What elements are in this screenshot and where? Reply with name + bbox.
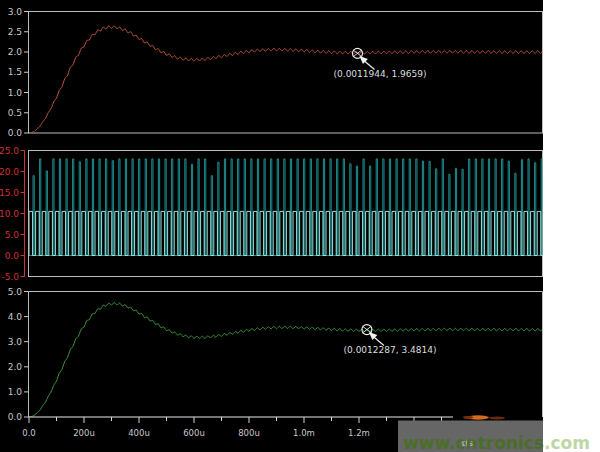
- svg-text:20.0: 20.0: [0, 167, 19, 177]
- waveform-viewer: 3.02.52.01.51.00.50.025.020.015.010.05.0…: [0, 0, 600, 452]
- svg-text:2.0: 2.0: [8, 47, 23, 57]
- svg-text:0.5: 0.5: [8, 108, 22, 118]
- svg-text:200u: 200u: [73, 428, 95, 438]
- svg-text:15.0: 15.0: [0, 188, 19, 198]
- svg-text:25.0: 25.0: [0, 146, 19, 156]
- svg-text:600u: 600u: [183, 428, 205, 438]
- svg-text:0.0: 0.0: [8, 412, 23, 422]
- svg-text:1.0m: 1.0m: [293, 428, 315, 438]
- svg-text:1.0: 1.0: [8, 387, 23, 397]
- svg-text:-5.0: -5.0: [1, 272, 19, 282]
- svg-text:800u: 800u: [238, 428, 260, 438]
- svg-text:4.0: 4.0: [8, 312, 23, 322]
- svg-text:1.0: 1.0: [8, 88, 23, 98]
- svg-text:10.0: 10.0: [0, 209, 19, 219]
- svg-text:0.0: 0.0: [5, 251, 20, 261]
- cursor-readout-top: (0.0011944, 1.9659): [334, 69, 427, 79]
- cursor-readout-bottom: (0.0012287, 3.4814): [344, 345, 437, 355]
- scope-canvas[interactable]: 3.02.52.01.51.00.50.025.020.015.010.05.0…: [0, 0, 600, 452]
- svg-text:2.5: 2.5: [8, 27, 22, 37]
- svg-text:3.0: 3.0: [8, 337, 23, 347]
- svg-text:0.0: 0.0: [22, 428, 36, 438]
- svg-text:0.0: 0.0: [8, 128, 23, 138]
- svg-text:5.0: 5.0: [5, 230, 20, 240]
- svg-text:1.5: 1.5: [8, 67, 22, 77]
- svg-text:1.2m: 1.2m: [348, 428, 370, 438]
- svg-text:3.0: 3.0: [8, 7, 23, 17]
- svg-text:5.0: 5.0: [8, 287, 23, 297]
- watermark-link[interactable]: www.cntronics.com: [403, 433, 590, 452]
- svg-text:400u: 400u: [128, 428, 150, 438]
- svg-text:2.0: 2.0: [8, 362, 23, 372]
